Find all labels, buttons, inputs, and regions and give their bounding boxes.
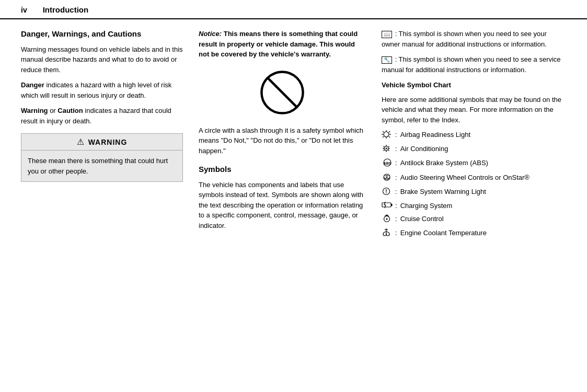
symbols-para: The vehicle has components and labels th… <box>199 180 366 231</box>
svg-line-17 <box>388 150 389 151</box>
list-item: ABS : Antilock Brake System (ABS) <box>382 158 566 169</box>
coolant-icon <box>382 228 393 239</box>
list-item: : Engine Coolant Temperature <box>382 228 566 239</box>
symbols-section: Symbols The vehicle has components and l… <box>199 164 366 230</box>
list-item: : Charging System <box>382 201 566 211</box>
page-title: Introduction <box>43 5 88 14</box>
or-connector: or <box>50 107 57 114</box>
service-manual-icon: 🔧 <box>382 56 392 64</box>
abs-icon: ABS <box>382 158 393 169</box>
danger-label: Danger <box>21 81 44 89</box>
svg-line-18 <box>388 146 389 147</box>
column-2: Notice: This means there is something th… <box>199 29 366 243</box>
page-number: iv <box>21 6 27 14</box>
svg-rect-28 <box>391 204 393 206</box>
svg-line-9 <box>389 131 390 132</box>
brake-label: Brake System Warning Light <box>400 187 486 197</box>
airbag-icon <box>382 130 393 141</box>
warning-triangle-icon: ⚠ <box>77 137 84 147</box>
svg-text:!: ! <box>385 189 387 194</box>
no-symbol-container <box>199 69 366 116</box>
warning-box-text: These mean there is something that could… <box>28 157 168 175</box>
list-item: : Airbag Readiness Light <box>382 130 566 141</box>
svg-point-2 <box>384 132 389 137</box>
cruise-icon <box>382 214 393 225</box>
audio-icon <box>382 173 393 184</box>
svg-line-1 <box>267 77 297 108</box>
svg-text:ABS: ABS <box>384 162 392 165</box>
list-item: : Audio Steering Wheel Controls or OnSta… <box>382 173 566 184</box>
svg-point-24 <box>386 176 388 178</box>
page: iv Introduction Danger, Warnings, and Ca… <box>0 0 587 392</box>
warning-box: ⚠ WARNING These mean there is something … <box>21 133 183 182</box>
svg-point-34 <box>386 218 388 220</box>
svg-line-29 <box>384 202 385 205</box>
svg-rect-27 <box>382 203 391 207</box>
ac-icon <box>382 144 393 155</box>
section-title-danger: Danger, Warnings, and Cautions <box>21 29 183 39</box>
column-3: 📖 : This symbol is shown when you need t… <box>382 29 566 243</box>
para-warning-messages: Warning messages found on vehicle labels… <box>21 44 183 75</box>
page-header: iv Introduction <box>0 0 587 19</box>
svg-line-31 <box>385 205 386 208</box>
coolant-label: Engine Coolant Temperature <box>400 228 487 238</box>
warning-box-label: WARNING <box>88 138 128 146</box>
airbag-label: Airbag Readiness Light <box>400 130 470 140</box>
svg-line-7 <box>383 131 384 132</box>
notice-italic: Notice: <box>199 30 222 38</box>
abs-label: Antilock Brake System (ABS) <box>400 158 488 168</box>
owner-manual-text: : This symbol is shown when you need to … <box>382 30 547 48</box>
notice-strong-text: This means there is something that could… <box>199 30 358 58</box>
list-item: : Cruise Control <box>382 214 566 225</box>
list-item: : Air Conditioning <box>382 144 566 155</box>
charging-icon <box>382 201 393 211</box>
column-1: Danger, Warnings, and Cautions Warning m… <box>21 29 183 243</box>
audio-label: Audio Steering Wheel Controls or OnStar® <box>400 173 530 182</box>
para-danger: Danger indicates a hazard with a high le… <box>21 80 183 100</box>
para-warning-caution: Warning or Caution indicates a hazard th… <box>21 106 183 126</box>
content-area: Danger, Warnings, and Cautions Warning m… <box>0 29 587 243</box>
warning-box-header: ⚠ WARNING <box>21 134 182 151</box>
caution-label-inline: Caution <box>57 107 83 114</box>
warning-box-body: These mean there is something that could… <box>21 151 182 181</box>
svg-line-19 <box>384 150 385 151</box>
svg-line-8 <box>389 136 390 137</box>
circle-slash-caption: A circle with a slash through it is a sa… <box>199 125 366 156</box>
symbols-title: Symbols <box>199 164 366 175</box>
vehicle-symbol-chart-title: Vehicle Symbol Chart <box>382 80 566 90</box>
vehicle-symbol-chart-intro: Here are some additional symbols that ma… <box>382 95 566 125</box>
owner-manual-icon: 📖 <box>382 31 392 38</box>
owner-manual-para: 📖 : This symbol is shown when you need t… <box>382 29 566 49</box>
circle-slash-icon <box>259 69 306 116</box>
svg-point-20 <box>386 148 387 149</box>
warning-label-inline: Warning <box>21 107 48 114</box>
service-manual-para: 🔧 : This symbol is shown when you need t… <box>382 54 566 75</box>
notice-paragraph: Notice: This means there is something th… <box>199 29 366 60</box>
svg-line-16 <box>384 146 385 147</box>
symbol-list: : Airbag Readiness Light <box>382 130 566 240</box>
list-item: ! : Brake System Warning Light <box>382 187 566 198</box>
cruise-label: Cruise Control <box>400 214 444 224</box>
brake-icon: ! <box>382 187 393 198</box>
ac-label: Air Conditioning <box>400 144 448 154</box>
charging-label: Charging System <box>400 201 453 211</box>
svg-line-10 <box>383 136 384 137</box>
service-manual-text: : This symbol is shown when you need to … <box>382 55 561 74</box>
